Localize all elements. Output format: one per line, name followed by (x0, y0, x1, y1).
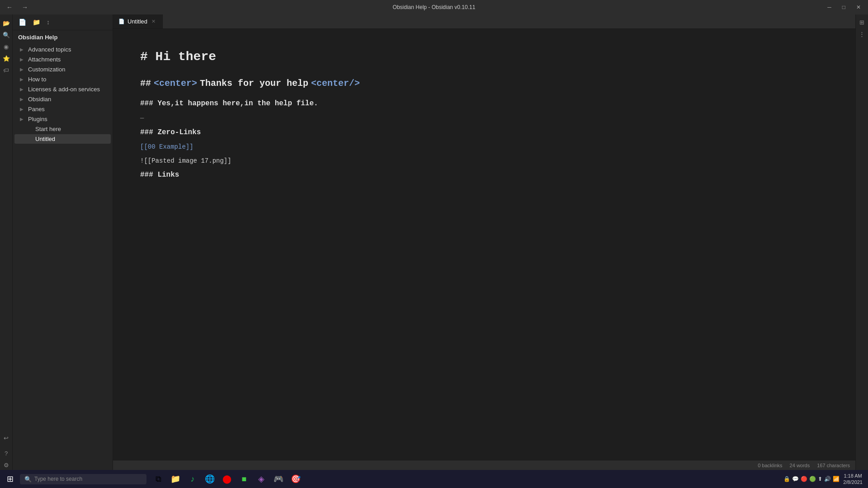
tree-item-attachments[interactable]: ▶Attachments (14, 55, 111, 64)
start-button[interactable]: ⊞ (2, 471, 18, 487)
file-explorer-icon[interactable]: 📂 (1, 18, 11, 28)
char-count[interactable]: 167 characters (817, 463, 850, 468)
file-tree: ▶Advanced topics▶Attachments▶Customizati… (13, 43, 113, 470)
heading-zero-links: ### Zero-Links (140, 127, 828, 139)
taskbar-search-placeholder: Type here to search (34, 476, 82, 482)
tree-item-licenses-&-add-on-services[interactable]: ▶Licenses & add-on services (14, 84, 111, 94)
help-icon[interactable]: ? (1, 448, 11, 458)
window-title: Obsidian Help - Obsidian v0.10.11 (393, 4, 476, 10)
tree-item-label: Panes (28, 106, 105, 113)
tree-item-untitled[interactable]: Untitled (14, 134, 111, 144)
tree-item-label: Obsidian (28, 96, 105, 103)
tree-item-label: Untitled (35, 136, 105, 142)
right-panel-icon[interactable]: ⊞ (857, 17, 867, 27)
file-explorer-taskbar[interactable]: 📁 (167, 471, 184, 487)
tree-item-chevron: ▶ (20, 87, 26, 92)
settings-icon[interactable]: ⚙ (1, 460, 11, 470)
maximize-button[interactable]: □ (839, 3, 849, 11)
taskbar-date-display: 2/8/2021 (843, 479, 863, 485)
tree-item-label: Plugins (28, 116, 105, 122)
tree-item-label: Attachments (28, 56, 105, 63)
heading-3-first: ### Yes,it happens here,in the help file… (140, 98, 828, 110)
sort-button[interactable]: ↕ (44, 17, 52, 27)
search-icon[interactable]: 🔍 (1, 30, 11, 40)
speaker-icon[interactable]: 🔊 (824, 476, 831, 482)
content-wrapper: 📄 Untitled ✕ # Hi there ## <center> Than… (113, 14, 855, 470)
right-icon-rail: ⊞ ⋮ (855, 14, 868, 470)
tab-close-button[interactable]: ✕ (150, 18, 157, 25)
example-link-line: [[00 Example]] (140, 142, 828, 152)
new-folder-button[interactable]: 📁 (30, 17, 42, 27)
taskbar-search-icon: 🔍 (24, 476, 32, 483)
heading-links: ### Links (140, 169, 828, 181)
browser-taskbar[interactable]: 🌐 (202, 471, 218, 487)
tab-label: Untitled (127, 18, 147, 25)
tab-bar: 📄 Untitled ✕ (113, 14, 855, 29)
sys-icon-5: ⬆ (818, 476, 822, 482)
heading-2: ## <center> Thanks for your help <center… (140, 76, 828, 91)
word-count[interactable]: 24 words (790, 463, 810, 468)
more-options-icon[interactable]: ⋮ (857, 29, 867, 39)
new-note-button[interactable]: 📄 (16, 17, 28, 27)
tree-item-chevron: ▶ (20, 107, 26, 112)
h2-link2[interactable]: <center/> (311, 76, 360, 91)
tree-item-plugins[interactable]: ▶Plugins (14, 114, 111, 124)
tree-item-chevron: ▶ (20, 97, 26, 102)
taskbar-time-display: 1:18 AM (844, 473, 862, 479)
taskbar-clock[interactable]: 1:18 AM 2/8/2021 (843, 473, 863, 486)
image-link-line: ![[Pasted image 17.png]] (140, 156, 828, 166)
taskbar-apps: ⧉ 📁 ♪ 🌐 ⬤ ■ ◈ 🎮 🎯 (150, 471, 304, 487)
vault-name: Obsidian Help (13, 30, 113, 43)
task-view-button[interactable]: ⧉ (150, 471, 166, 487)
obsidian-taskbar[interactable]: ◈ (253, 471, 269, 487)
sys-icon-2: 💬 (792, 476, 799, 482)
tree-item-obsidian[interactable]: ▶Obsidian (14, 94, 111, 104)
image-link: ![[Pasted image 17.png]] (140, 157, 231, 164)
back-button[interactable]: ← (4, 3, 15, 12)
graph-icon[interactable]: ◉ (1, 42, 11, 52)
sidebar-toolbar: 📄 📁 ↕ (13, 14, 113, 30)
app-green-taskbar[interactable]: ■ (236, 471, 252, 487)
heading-1: # Hi there (140, 47, 828, 67)
discord-taskbar[interactable]: 🎮 (270, 471, 287, 487)
h2-link1[interactable]: <center> (154, 76, 197, 91)
network-icon[interactable]: 📶 (833, 476, 840, 482)
forward-button[interactable]: → (19, 3, 31, 12)
tree-item-label: Licenses & add-on services (28, 86, 105, 93)
tree-item-how-to[interactable]: ▶How to (14, 75, 111, 84)
tree-item-chevron: ▶ (20, 57, 26, 62)
tree-item-advanced-topics[interactable]: ▶Advanced topics (14, 45, 111, 54)
tree-item-label: Start here (35, 126, 105, 132)
tree-item-label: Advanced topics (28, 46, 105, 53)
taskbar-search[interactable]: 🔍 Type here to search (20, 474, 146, 484)
app-red-taskbar[interactable]: ⬤ (219, 471, 235, 487)
horizontal-rule: — (140, 113, 828, 123)
sidebar: 📄 📁 ↕ Obsidian Help ▶Advanced topics▶Att… (13, 14, 113, 470)
spotify-taskbar[interactable]: ♪ (184, 471, 201, 487)
close-button[interactable]: ✕ (853, 3, 864, 11)
tree-item-label: Customization (28, 66, 105, 73)
minimize-button[interactable]: ─ (824, 3, 835, 11)
editor-area[interactable]: # Hi there ## <center> Thanks for your h… (113, 29, 855, 460)
left-icon-rail: 📂 🔍 ◉ ⭐ 🏷 ↩ ? ⚙ (0, 14, 13, 470)
example-link[interactable]: [[00 Example]] (140, 143, 193, 150)
tree-item-customization[interactable]: ▶Customization (14, 65, 111, 74)
tree-item-chevron: ▶ (20, 67, 26, 72)
extra-app-taskbar[interactable]: 🎯 (288, 471, 304, 487)
backlinks-count[interactable]: 0 backlinks (758, 463, 782, 468)
system-tray-icons: 🔒 💬 🔴 🟢 ⬆ 🔊 📶 (783, 476, 840, 482)
app-body: 📂 🔍 ◉ ⭐ 🏷 ↩ ? ⚙ 📄 📁 ↕ Obsidian Help ▶Adv… (0, 14, 868, 470)
tree-item-panes[interactable]: ▶Panes (14, 104, 111, 114)
tree-item-start-here[interactable]: Start here (14, 124, 111, 134)
h2-text: Thanks for your help (200, 76, 308, 91)
sys-icon-3: 🔴 (801, 476, 807, 482)
tree-item-chevron: ▶ (20, 77, 26, 82)
backlinks-icon[interactable]: ↩ (1, 433, 11, 443)
windows-taskbar: ⊞ 🔍 Type here to search ⧉ 📁 ♪ 🌐 ⬤ ■ ◈ 🎮 … (0, 470, 868, 488)
starred-icon[interactable]: ⭐ (1, 53, 11, 63)
tree-item-chevron: ▶ (20, 47, 26, 52)
h1-text: # Hi there (140, 50, 216, 64)
title-bar-left: ← → (4, 3, 31, 12)
tags-icon[interactable]: 🏷 (1, 65, 11, 75)
active-tab[interactable]: 📄 Untitled ✕ (113, 14, 163, 28)
